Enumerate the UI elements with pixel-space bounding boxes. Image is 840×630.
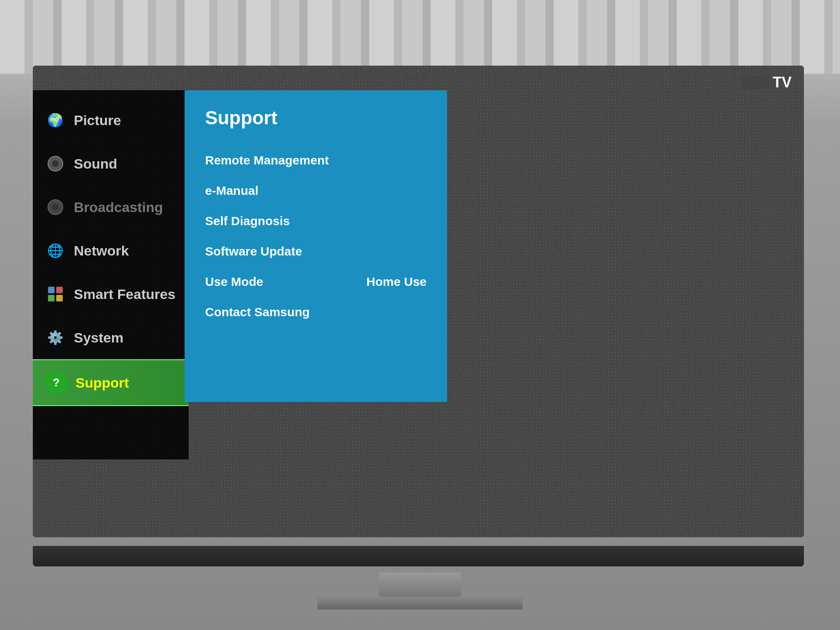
sidebar-item-smart-features[interactable]: Smart Features	[33, 272, 189, 316]
support-item-contact-samsung[interactable]: Contact Samsung	[205, 297, 427, 327]
support-item-use-mode[interactable]: Use Mode Home Use	[205, 267, 427, 297]
network-icon: 🌐	[45, 240, 66, 261]
tv-stand-pole	[379, 573, 461, 597]
support-icon: ?	[45, 372, 67, 394]
sidebar-item-label: Support	[75, 375, 129, 391]
support-item-label: Self Diagnosis	[205, 214, 290, 228]
sound-icon	[45, 153, 66, 174]
support-item-label: Contact Samsung	[205, 305, 310, 319]
svg-rect-6	[48, 295, 55, 301]
svg-rect-5	[56, 287, 63, 293]
samsung-logo	[741, 75, 769, 90]
svg-rect-7	[56, 295, 63, 301]
system-icon: ⚙️	[45, 327, 66, 348]
tv-label-area: TV	[741, 74, 792, 91]
picture-icon: 🌍	[45, 110, 66, 130]
sidebar-item-label: Broadcasting	[74, 199, 163, 215]
sidebar-item-broadcasting[interactable]: Broadcasting	[33, 185, 189, 229]
sidebar-item-label: Picture	[74, 112, 121, 128]
support-panel-title: Support	[205, 107, 427, 129]
sidebar-item-label: System	[74, 330, 123, 346]
broadcasting-icon	[45, 197, 66, 217]
tv-frame: TV 🌍 Picture Sound	[0, 0, 840, 630]
sidebar-item-system[interactable]: ⚙️ System	[33, 316, 189, 359]
sidebar-item-picture[interactable]: 🌍 Picture	[33, 98, 189, 142]
tv-screen: TV 🌍 Picture Sound	[33, 66, 804, 537]
support-item-self-diagnosis[interactable]: Self Diagnosis	[205, 206, 427, 236]
svg-point-3	[52, 204, 59, 210]
sidebar-item-label: Sound	[74, 156, 117, 172]
support-item-label: Remote Management	[205, 153, 329, 167]
sidebar-item-label: Network	[74, 243, 129, 259]
sidebar-item-sound[interactable]: Sound	[33, 142, 189, 185]
support-item-remote-management[interactable]: Remote Management	[205, 145, 427, 176]
support-item-label: Use Mode	[205, 275, 263, 289]
window-blinds	[0, 0, 840, 74]
support-item-e-manual[interactable]: e-Manual	[205, 176, 427, 206]
tv-stand-base	[317, 597, 523, 609]
support-item-value: Home Use	[366, 275, 427, 289]
tv-text: TV	[773, 74, 792, 91]
sidebar-menu: 🌍 Picture Sound	[33, 90, 189, 459]
sidebar-item-network[interactable]: 🌐 Network	[33, 229, 189, 272]
svg-point-1	[52, 160, 59, 167]
sidebar-item-support[interactable]: ? Support	[33, 359, 189, 406]
support-item-software-update[interactable]: Software Update	[205, 236, 427, 267]
support-item-label: Software Update	[205, 244, 302, 258]
support-item-label: e-Manual	[205, 184, 258, 198]
sidebar-item-label: Smart Features	[74, 286, 176, 302]
tv-bottom-bar	[33, 546, 804, 566]
svg-rect-4	[48, 287, 55, 293]
smart-features-icon	[45, 284, 66, 304]
support-panel: Support Remote Management e-Manual Self …	[185, 90, 447, 402]
